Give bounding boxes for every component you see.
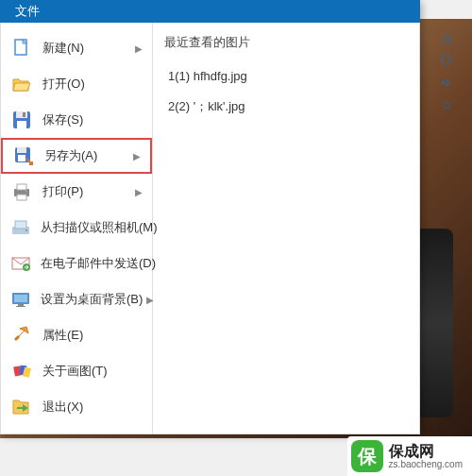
menu-item-saveas[interactable]: 另存为(A)▶ — [1, 138, 152, 174]
file-tab[interactable]: 文件 — [0, 0, 55, 23]
menu-item-open[interactable]: 打开(O) — [1, 66, 152, 102]
menu-item-label: 属性(E) — [42, 327, 143, 344]
submenu-arrow-icon: ▶ — [135, 187, 143, 197]
properties-icon — [10, 324, 33, 347]
about-icon — [10, 360, 33, 382]
hexagon-tool[interactable]: ⬡ — [438, 51, 455, 68]
submenu-arrow-icon: ▶ — [135, 43, 143, 54]
menu-item-scanner[interactable]: 从扫描仪或照相机(M) — [1, 210, 152, 246]
menu-body: 新建(N)▶打开(O)保存(S)另存为(A)▶打印(P)▶从扫描仪或照相机(M)… — [0, 23, 420, 434]
scanner-icon — [10, 216, 31, 239]
arrow-tool[interactable]: ➪ — [438, 74, 455, 91]
recent-header: 最近查看的图片 — [164, 30, 408, 61]
menu-item-about[interactable]: 关于画图(T) — [1, 353, 152, 389]
shape-toolbar: △⬡➪☆ — [427, 28, 466, 113]
recent-file-item[interactable]: 2(2) '；klk'.jpg — [164, 91, 408, 123]
menu-item-label: 打印(P) — [42, 183, 131, 200]
menu-item-label: 打开(O) — [42, 76, 143, 93]
menu-items-column: 新建(N)▶打开(O)保存(S)另存为(A)▶打印(P)▶从扫描仪或照相机(M)… — [1, 23, 152, 434]
submenu-arrow-icon: ▶ — [146, 295, 154, 305]
menu-item-email[interactable]: 在电子邮件中发送(D) — [1, 246, 152, 281]
svg-rect-7 — [18, 155, 25, 162]
svg-rect-3 — [17, 121, 26, 128]
menu-item-save[interactable]: 保存(S) — [1, 102, 152, 138]
svg-rect-6 — [17, 147, 26, 153]
menu-item-new-doc[interactable]: 新建(N)▶ — [1, 30, 152, 66]
watermark-badge: 保 — [351, 440, 383, 472]
print-icon — [10, 180, 33, 203]
svg-rect-4 — [23, 112, 25, 117]
watermark-url: zs.baocheng.com — [389, 459, 463, 469]
recent-files-column: 最近查看的图片 1(1) hfhdfg.jpg2(2) '；klk'.jpg — [152, 23, 419, 434]
file-menu-dropdown: 文件 新建(N)▶打开(O)保存(S)另存为(A)▶打印(P)▶从扫描仪或照相机… — [0, 0, 420, 434]
menu-item-properties[interactable]: 属性(E) — [1, 317, 152, 353]
watermark: 保 保成网 zs.baocheng.com — [347, 436, 472, 476]
svg-point-11 — [25, 191, 27, 193]
svg-rect-18 — [14, 295, 27, 302]
svg-point-14 — [25, 230, 27, 231]
menu-item-exit[interactable]: 退出(X) — [1, 389, 152, 425]
menu-item-label: 设置为桌面背景(B) — [41, 291, 143, 308]
svg-rect-10 — [17, 195, 26, 200]
menu-item-print[interactable]: 打印(P)▶ — [1, 174, 152, 210]
saveas-icon — [12, 144, 35, 167]
menu-item-label: 关于画图(T) — [42, 363, 143, 380]
recent-file-item[interactable]: 1(1) hfhdfg.jpg — [164, 61, 408, 91]
menu-item-label: 从扫描仪或照相机(M) — [41, 219, 158, 236]
email-icon — [10, 252, 31, 275]
menu-item-label: 另存为(A) — [44, 147, 129, 164]
svg-rect-2 — [16, 111, 27, 118]
svg-rect-19 — [18, 304, 24, 306]
svg-rect-24 — [17, 407, 25, 409]
svg-rect-13 — [15, 221, 26, 229]
new-doc-icon — [10, 37, 33, 60]
watermark-title: 保成网 — [389, 443, 463, 460]
menu-item-label: 退出(X) — [42, 399, 143, 416]
save-icon — [10, 109, 33, 131]
submenu-arrow-icon: ▶ — [133, 151, 141, 162]
star-tool[interactable]: ☆ — [438, 96, 455, 113]
open-icon — [10, 73, 33, 95]
svg-rect-9 — [17, 184, 26, 190]
wallpaper-icon — [10, 288, 31, 311]
menu-item-label: 保存(S) — [42, 111, 143, 128]
menu-item-label: 新建(N) — [42, 40, 131, 57]
menu-header: 文件 — [0, 0, 420, 23]
exit-icon — [10, 396, 33, 418]
menu-item-label: 在电子邮件中发送(D) — [41, 255, 156, 272]
menu-item-wallpaper[interactable]: 设置为桌面背景(B)▶ — [1, 281, 152, 317]
svg-rect-20 — [16, 306, 25, 307]
triangle-tool[interactable]: △ — [438, 28, 455, 45]
